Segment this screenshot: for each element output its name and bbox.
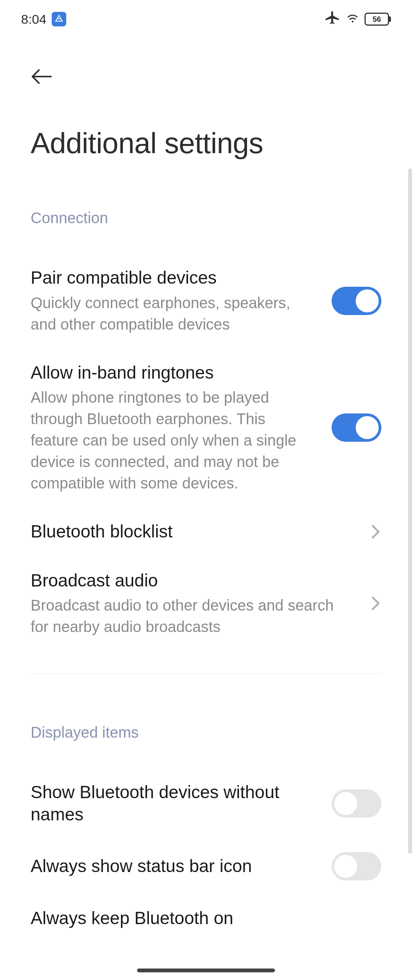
chevron-right-icon [370,526,381,537]
toggle-status-icon[interactable] [332,852,381,880]
toggle-inband-ringtones[interactable] [332,413,381,442]
battery-level: 56 [373,15,381,24]
setting-title: Always show status bar icon [31,855,316,877]
setting-pair-devices[interactable]: Pair compatible devices Quickly connect … [31,253,381,348]
section-divider [31,674,381,674]
setting-title: Show Bluetooth devices without names [31,781,316,825]
setting-inband-ringtones[interactable]: Allow in-band ringtones Allow phone ring… [31,348,381,508]
chevron-right-icon [370,598,381,609]
status-bar: 8:04 56 [0,0,412,38]
setting-status-icon[interactable]: Always show status bar icon [31,839,381,894]
section-header-displayed: Displayed items [31,724,381,741]
back-button[interactable] [31,65,54,88]
setting-desc: Quickly connect earphones, speakers, and… [31,292,316,335]
setting-title: Pair compatible devices [31,267,316,289]
setting-desc: Allow phone ringtones to be played throu… [31,387,316,494]
setting-keep-bluetooth-on[interactable]: Always keep Bluetooth on [31,894,381,943]
setting-title: Always keep Bluetooth on [31,907,381,929]
setting-title: Allow in-band ringtones [31,362,316,384]
status-time: 8:04 [21,12,46,27]
battery-icon: 56 [365,13,389,26]
setting-show-unnamed[interactable]: Show Bluetooth devices without names [31,768,381,839]
setting-bluetooth-blocklist[interactable]: Bluetooth blocklist [31,507,381,556]
airplane-mode-icon [325,10,341,28]
scrollbar[interactable] [408,168,412,854]
section-header-connection: Connection [31,209,381,227]
nav-handle[interactable] [137,969,275,972]
page-title: Additional settings [31,126,381,160]
setting-broadcast-audio[interactable]: Broadcast audio Broadcast audio to other… [31,556,381,651]
app-badge-icon [52,12,66,26]
toggle-show-unnamed[interactable] [332,789,381,818]
setting-desc: Broadcast audio to other devices and sea… [31,595,355,637]
wifi-icon [345,10,360,28]
toggle-pair-devices[interactable] [332,287,381,315]
setting-title: Broadcast audio [31,570,355,592]
setting-title: Bluetooth blocklist [31,521,355,543]
